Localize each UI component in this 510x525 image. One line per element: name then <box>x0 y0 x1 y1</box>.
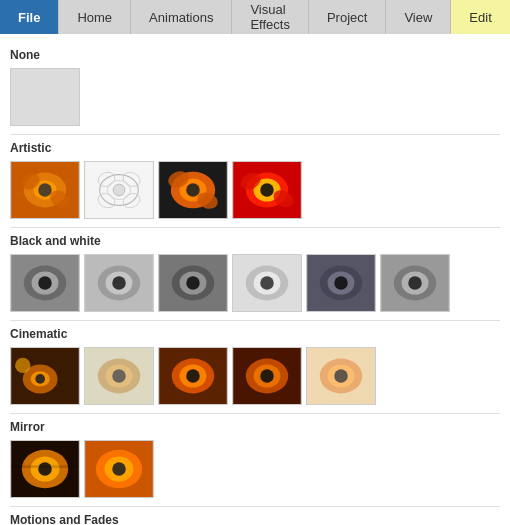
tab-view[interactable]: View <box>386 0 451 34</box>
svg-point-55 <box>15 358 30 373</box>
effect-bw-1[interactable] <box>10 254 80 312</box>
tab-bar: File Home Animations Visual Effects Proj… <box>0 0 510 34</box>
svg-point-10 <box>113 184 125 196</box>
svg-rect-76 <box>11 465 79 468</box>
svg-point-4 <box>38 183 52 197</box>
effect-artistic-2[interactable] <box>84 161 154 219</box>
svg-point-30 <box>38 276 52 290</box>
svg-point-50 <box>408 276 422 290</box>
effect-cinematic-2[interactable] <box>84 347 154 405</box>
tab-animations[interactable]: Animations <box>131 0 232 34</box>
effect-bw-2[interactable] <box>84 254 154 312</box>
svg-point-67 <box>260 369 274 383</box>
section-bw-title: Black and white <box>10 234 500 248</box>
effect-artistic-3[interactable] <box>158 161 228 219</box>
app-window: File Home Animations Visual Effects Proj… <box>0 0 510 525</box>
none-row <box>10 68 500 126</box>
effect-cinematic-5[interactable] <box>306 347 376 405</box>
effect-bw-5[interactable] <box>306 254 376 312</box>
effect-mirror-1[interactable] <box>10 440 80 498</box>
effect-none[interactable] <box>10 68 80 126</box>
section-artistic-title: Artistic <box>10 141 500 155</box>
svg-point-75 <box>38 462 52 476</box>
section-none-title: None <box>10 48 500 62</box>
svg-point-59 <box>112 369 126 383</box>
effect-artistic-1[interactable] <box>10 161 80 219</box>
tab-edit[interactable]: Edit <box>451 0 510 34</box>
artistic-row <box>10 161 500 219</box>
svg-point-46 <box>334 276 348 290</box>
svg-rect-0 <box>11 69 79 125</box>
bw-row <box>10 254 500 312</box>
tab-file[interactable]: File <box>0 0 59 34</box>
effect-cinematic-1[interactable] <box>10 347 80 405</box>
svg-point-71 <box>334 369 348 383</box>
svg-point-34 <box>112 276 126 290</box>
section-cinematic-title: Cinematic <box>10 327 500 341</box>
svg-point-18 <box>186 183 200 197</box>
section-motions-title: Motions and Fades <box>10 513 500 525</box>
cinematic-row <box>10 347 500 405</box>
svg-point-38 <box>186 276 200 290</box>
effect-artistic-4[interactable] <box>232 161 302 219</box>
svg-point-42 <box>260 276 274 290</box>
tab-project[interactable]: Project <box>309 0 386 34</box>
tab-visual-effects[interactable]: Visual Effects <box>232 0 309 34</box>
effect-mirror-2[interactable] <box>84 440 154 498</box>
effect-bw-3[interactable] <box>158 254 228 312</box>
effects-panel: None Artistic <box>0 34 510 525</box>
svg-point-80 <box>112 462 126 476</box>
effect-cinematic-3[interactable] <box>158 347 228 405</box>
section-mirror-title: Mirror <box>10 420 500 434</box>
tab-home[interactable]: Home <box>59 0 131 34</box>
effect-bw-4[interactable] <box>232 254 302 312</box>
mirror-row <box>10 440 500 498</box>
effect-cinematic-4[interactable] <box>232 347 302 405</box>
svg-point-54 <box>35 374 45 384</box>
svg-point-24 <box>260 183 274 197</box>
effect-bw-6[interactable] <box>380 254 450 312</box>
svg-point-63 <box>186 369 200 383</box>
